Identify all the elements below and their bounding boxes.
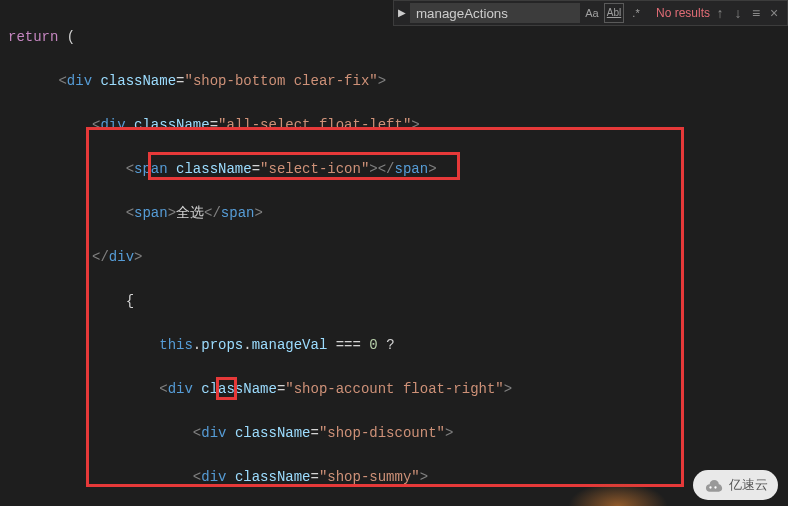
code-line: <div className="shop-discount"> (0, 422, 788, 444)
code-line: <div className="shop-summy"> (0, 466, 788, 488)
code-line: <div className="all-select float-left"> (0, 114, 788, 136)
code-line: <div className="shop-account float-right… (0, 378, 788, 400)
find-bar: ▶ Aa Abl .* No results ↑ ↓ ≡ × (393, 0, 788, 26)
code-line: <span>全选</span> (0, 202, 788, 224)
search-input[interactable] (410, 3, 580, 23)
svg-point-0 (709, 486, 711, 488)
code-line: return ( (0, 26, 788, 48)
find-next-icon[interactable]: ↓ (729, 2, 747, 24)
code-line: this.props.manageVal === 0 ? (0, 334, 788, 356)
match-case-icon[interactable]: Aa (582, 3, 602, 23)
match-word-icon[interactable]: Abl (604, 3, 624, 23)
find-prev-icon[interactable]: ↑ (711, 2, 729, 24)
code-line: </div> (0, 246, 788, 268)
code-line: <div className="shop-bottom clear-fix"> (0, 70, 788, 92)
cloud-icon (703, 478, 723, 492)
code-editor[interactable]: return ( <div className="shop-bottom cle… (0, 0, 788, 506)
find-results-label: No results (656, 2, 710, 24)
watermark-text: 亿速云 (729, 474, 768, 496)
close-icon[interactable]: × (765, 2, 783, 24)
svg-point-1 (714, 486, 716, 488)
find-nav: ↑ ↓ ≡ × (711, 2, 787, 24)
watermark: 亿速云 (693, 470, 778, 500)
decorative-glow (568, 482, 668, 506)
expand-toggle-icon[interactable]: ▶ (394, 1, 410, 25)
code-line: { (0, 290, 788, 312)
code-line: <span className="select-icon"></span> (0, 158, 788, 180)
regex-icon[interactable]: .* (626, 3, 646, 23)
find-menu-icon[interactable]: ≡ (747, 2, 765, 24)
